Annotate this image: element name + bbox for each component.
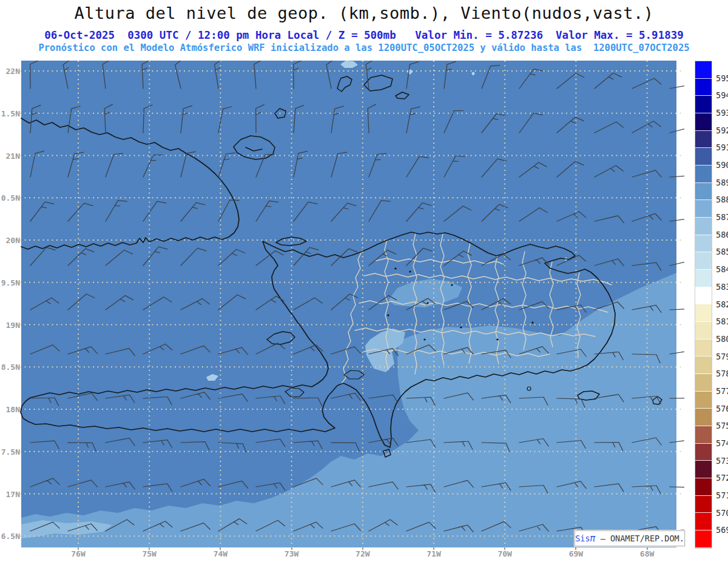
lon-tick-mark — [291, 547, 292, 550]
colorbar-tick-label: 5930 — [716, 108, 728, 118]
lat-tick-label: 9.5N — [0, 278, 20, 287]
lon-tick-label: 76W — [71, 549, 85, 558]
colorbar-segment — [695, 461, 712, 478]
lon-tick-label: 69W — [569, 549, 583, 558]
lon-tick-mark — [78, 547, 79, 550]
colorbar-segment — [695, 270, 712, 287]
lat-tick-label: 19N — [0, 320, 20, 329]
colorbar-segment — [695, 530, 712, 548]
colorbar-tick-label: 5760 — [716, 404, 728, 413]
colorbar-tick-label: 5720 — [716, 473, 728, 483]
lon-tick-label: 72W — [356, 549, 369, 558]
colorbar-tick-label: 5780 — [716, 369, 728, 378]
station-dot — [426, 302, 428, 304]
colorbar-segment — [695, 444, 712, 461]
colorbar-segment — [695, 61, 712, 79]
colorbar-segment — [695, 200, 712, 218]
colorbar-segment — [695, 426, 712, 444]
colorbar-tick-label: 5740 — [716, 438, 728, 448]
colorbar-tick-label: 5900 — [716, 160, 728, 170]
colorbar-segment — [695, 218, 712, 235]
colorbar-tick-label: 5770 — [716, 386, 728, 396]
lat-tick-label: 22N — [0, 67, 20, 76]
lon-tick-mark — [220, 547, 221, 550]
colorbar-tick-label: 5940 — [716, 90, 728, 100]
colorbar-segment — [695, 374, 712, 392]
colorbar-segment — [695, 131, 712, 149]
colorbar-tick-label: 5880 — [716, 195, 728, 204]
colorbar-tick-label: 5950 — [716, 73, 728, 83]
lon-tick-label: 73W — [285, 549, 298, 558]
colorbar-segment — [695, 287, 712, 305]
lon-tick-mark — [647, 547, 648, 550]
colorbar-tick-label: 5700 — [716, 508, 728, 518]
lon-tick-mark — [149, 547, 150, 550]
colorbar-tick-label: 5860 — [716, 230, 728, 239]
lat-tick-label: 6.5N — [0, 532, 20, 541]
lon-tick-label: 74W — [214, 549, 228, 558]
sispi-onamet-badge: Sisπ – ONAMET/REP.DOM. — [575, 530, 685, 546]
colorbar-tick-label: 5910 — [716, 142, 728, 152]
lat-tick-label: 17N — [0, 489, 20, 498]
weather-map-page: Altura del nivel de geop. (km,somb.), Vi… — [0, 0, 728, 562]
colorbar-segment — [695, 496, 712, 513]
colorbar-segment — [695, 513, 712, 530]
colorbar-tick-label: 5920 — [716, 125, 728, 135]
colorbar-tick-label: 5870 — [716, 212, 728, 222]
colorbar-tick-label: 5840 — [716, 264, 728, 274]
lat-tick-label: 18N — [0, 405, 20, 414]
lon-tick-label: 68W — [640, 549, 654, 558]
lon-tick-mark — [362, 547, 363, 550]
lon-tick-mark — [575, 547, 576, 550]
colorbar-segment — [695, 252, 712, 270]
colorbar-tick-label: 5820 — [716, 299, 728, 309]
map-canvas — [11, 61, 684, 549]
colorbar-tick-label: 5730 — [716, 456, 728, 466]
colorbar-segment — [695, 113, 712, 131]
colorbar-segment — [695, 166, 712, 183]
lon-tick-label: 75W — [142, 549, 156, 558]
colorbar-segment — [695, 322, 712, 340]
colorbar-segment — [695, 304, 712, 322]
page-title: Altura del nivel de geop. (km,somb.), Vi… — [0, 4, 728, 22]
lat-tick-label: 8.5N — [0, 363, 20, 372]
colorbar-segment — [695, 235, 712, 253]
station-dot — [423, 338, 425, 340]
forecast-model-line: Pronóstico con el Modelo Atmósferico WRF… — [0, 42, 728, 53]
height-shading — [21, 61, 676, 547]
station-dot — [409, 270, 411, 272]
colorbar-tick-label: 5810 — [716, 316, 728, 326]
colorbar-tick-label: 5830 — [716, 282, 728, 292]
colorbar-segment — [695, 148, 712, 166]
map-plot-area — [11, 61, 684, 549]
colorbar-segment — [695, 356, 712, 374]
colorbar-tick-label: 5710 — [716, 490, 728, 500]
colorbar-segment — [695, 340, 712, 357]
station-dot — [394, 267, 396, 269]
colorbar-segment — [695, 96, 712, 113]
colorbar-tick-label: 5790 — [716, 352, 728, 361]
valid-time-line: 06-Oct-2025 0300 UTC / 12:00 pm Hora Loc… — [0, 29, 728, 41]
station-dot — [460, 326, 462, 328]
colorbar-tick-label: 5750 — [716, 421, 728, 430]
lon-tick-mark — [433, 547, 434, 550]
station-dot — [387, 314, 389, 316]
station-dot — [531, 321, 533, 323]
lat-tick-label: 7.5N — [0, 447, 20, 456]
colorbar-segment — [695, 183, 712, 201]
colorbar-segment — [695, 392, 712, 409]
colorbar-tick-label: 5850 — [716, 247, 728, 256]
lat-tick-label: 21N — [0, 151, 20, 160]
sispi-logo-text: Sis — [575, 534, 590, 543]
station-dot — [451, 284, 453, 286]
lat-tick-label: 0.5N — [0, 193, 20, 202]
station-dot — [496, 338, 498, 340]
colorbar-segment — [695, 79, 712, 96]
colorbar — [695, 61, 712, 549]
lat-tick-label: 20N — [0, 236, 20, 245]
onamet-credit-text: – ONAMET/REP.DOM. — [596, 534, 684, 543]
colorbar-tick-label: 5800 — [716, 334, 728, 344]
lon-tick-mark — [504, 547, 505, 550]
colorbar-segment — [695, 409, 712, 426]
lon-tick-label: 70W — [497, 549, 511, 558]
